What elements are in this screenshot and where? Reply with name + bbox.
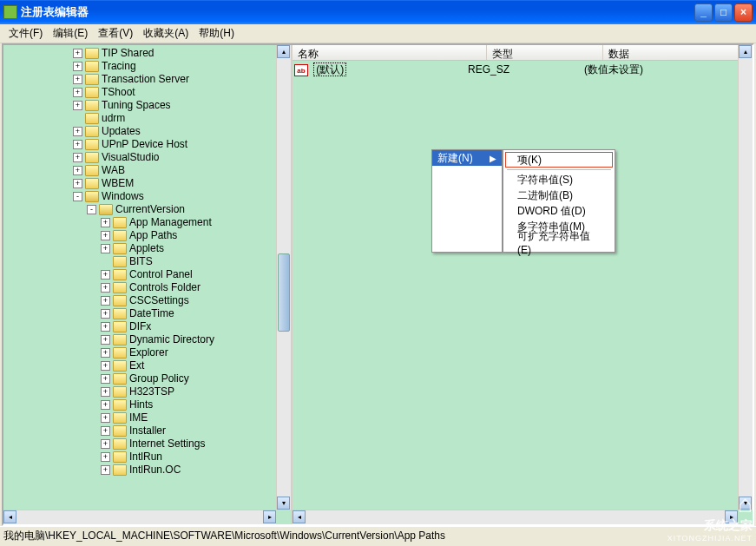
- no-expand-icon: [73, 114, 82, 123]
- expand-icon[interactable]: +: [101, 452, 110, 462]
- scroll-up-button[interactable]: ▴: [277, 45, 290, 58]
- context-item-new[interactable]: 新建(N) ▶: [432, 150, 502, 166]
- tree-item[interactable]: +DIFx: [3, 320, 291, 333]
- expand-icon[interactable]: +: [101, 387, 110, 397]
- expand-icon[interactable]: +: [73, 49, 82, 58]
- expand-icon[interactable]: +: [73, 88, 82, 97]
- tree-item[interactable]: +Control Panel: [3, 268, 291, 281]
- tree[interactable]: +TIP Shared+Tracing+Transaction Server+T…: [3, 45, 291, 478]
- tree-item[interactable]: +CSCSettings: [3, 294, 291, 307]
- close-button[interactable]: ×: [734, 3, 753, 22]
- tree-item[interactable]: +TIP Shared: [3, 47, 291, 60]
- tree-item[interactable]: +TShoot: [3, 86, 291, 99]
- collapse-icon[interactable]: -: [87, 205, 96, 214]
- expand-icon[interactable]: +: [101, 218, 110, 227]
- tree-item[interactable]: +Updates: [3, 125, 291, 138]
- column-type[interactable]: 类型: [487, 45, 603, 60]
- watermark-url: XITONGZHIJIA.NET: [667, 534, 753, 543]
- expand-icon[interactable]: +: [101, 283, 110, 293]
- scroll-thumb[interactable]: [278, 253, 290, 332]
- expand-icon[interactable]: +: [101, 400, 110, 410]
- menu-file[interactable]: 文件(F): [3, 24, 48, 43]
- tree-item[interactable]: +Tracing: [3, 60, 291, 73]
- expand-icon[interactable]: +: [73, 75, 82, 84]
- context-submenu: 项(K)字符串值(S)二进制值(B)DWORD 值(D)多字符串值(M)可扩充字…: [503, 149, 615, 253]
- minimize-button[interactable]: _: [694, 3, 713, 22]
- collapse-icon[interactable]: -: [73, 192, 82, 201]
- list-item[interactable]: ab (默认) REG_SZ (数值未设置): [294, 62, 751, 76]
- expand-icon[interactable]: +: [101, 270, 110, 280]
- expand-icon[interactable]: +: [73, 101, 82, 110]
- tree-scrollbar-vertical[interactable]: ▴ ▾: [276, 45, 291, 510]
- menu-view[interactable]: 查看(V): [93, 24, 138, 43]
- list-body[interactable]: ab (默认) REG_SZ (数值未设置): [293, 61, 753, 78]
- expand-icon[interactable]: +: [73, 62, 82, 71]
- context-subitem[interactable]: DWORD 值(D): [505, 203, 613, 219]
- expand-icon[interactable]: +: [101, 231, 110, 240]
- tree-item[interactable]: +Tuning Spaces: [3, 99, 291, 112]
- expand-icon[interactable]: +: [101, 465, 110, 475]
- tree-item[interactable]: +VisualStudio: [3, 151, 291, 164]
- expand-icon[interactable]: +: [101, 361, 110, 371]
- folder-icon: [113, 243, 127, 254]
- column-name[interactable]: 名称: [293, 45, 487, 60]
- tree-item[interactable]: +UPnP Device Host: [3, 138, 291, 151]
- menu-edit[interactable]: 编辑(E): [48, 24, 93, 43]
- tree-item[interactable]: +H323TSP: [3, 385, 291, 398]
- tree-item[interactable]: +Installer: [3, 424, 291, 437]
- expand-icon[interactable]: +: [73, 140, 82, 149]
- tree-item[interactable]: +Ext: [3, 359, 291, 372]
- tree-item[interactable]: +IME: [3, 411, 291, 424]
- tree-item[interactable]: +Internet Settings: [3, 437, 291, 451]
- expand-icon[interactable]: +: [101, 244, 110, 253]
- context-subitem[interactable]: 项(K): [505, 152, 613, 168]
- scroll-left-button[interactable]: ◂: [293, 510, 306, 523]
- tree-scrollbar-horizontal[interactable]: ◂ ▸: [3, 510, 276, 524]
- context-subitem[interactable]: 二进制值(B): [505, 187, 613, 203]
- tree-item[interactable]: +Controls Folder: [3, 281, 291, 294]
- scroll-left-button[interactable]: ◂: [3, 510, 16, 523]
- tree-item[interactable]: -CurrentVersion: [3, 203, 291, 216]
- expand-icon[interactable]: +: [101, 296, 110, 306]
- expand-icon[interactable]: +: [73, 127, 82, 136]
- tree-item-label: Applets: [129, 242, 164, 255]
- tree-item[interactable]: +Explorer: [3, 346, 291, 359]
- menu-help[interactable]: 帮助(H): [194, 24, 240, 43]
- expand-icon[interactable]: +: [101, 335, 110, 345]
- maximize-button[interactable]: □: [714, 3, 733, 22]
- expand-icon[interactable]: +: [73, 153, 82, 162]
- menu-favorites[interactable]: 收藏夹(A): [138, 24, 194, 43]
- tree-item[interactable]: +Applets: [3, 242, 291, 255]
- expand-icon[interactable]: +: [73, 179, 82, 188]
- scroll-right-button[interactable]: ▸: [263, 510, 276, 523]
- expand-icon[interactable]: +: [101, 309, 110, 319]
- tree-item[interactable]: +IntlRun.OC: [3, 464, 291, 477]
- tree-item[interactable]: -Windows: [3, 190, 291, 203]
- expand-icon[interactable]: +: [73, 166, 82, 175]
- tree-item[interactable]: +Dynamic Directory: [3, 333, 291, 346]
- expand-icon[interactable]: +: [101, 413, 110, 423]
- list-scrollbar-vertical[interactable]: ▴ ▾: [738, 45, 753, 510]
- column-data[interactable]: 数据: [603, 45, 753, 60]
- tree-item[interactable]: +Hints: [3, 398, 291, 411]
- tree-item[interactable]: udrm: [3, 112, 291, 125]
- tree-item[interactable]: +WBEM: [3, 177, 291, 190]
- scroll-down-button[interactable]: ▾: [277, 497, 290, 510]
- expand-icon[interactable]: +: [101, 426, 110, 436]
- context-subitem[interactable]: 可扩充字符串值(E): [505, 234, 613, 250]
- expand-icon[interactable]: +: [101, 348, 110, 358]
- tree-item[interactable]: BITS: [3, 255, 291, 268]
- tree-item[interactable]: +Transaction Server: [3, 73, 291, 86]
- scroll-up-button[interactable]: ▴: [739, 45, 752, 58]
- tree-item[interactable]: +IntlRun: [3, 451, 291, 464]
- tree-item[interactable]: +Group Policy: [3, 372, 291, 385]
- tree-item[interactable]: +DateTime: [3, 307, 291, 320]
- expand-icon[interactable]: +: [101, 439, 110, 449]
- context-item-label: 新建(N): [437, 151, 473, 166]
- tree-item[interactable]: +App Paths: [3, 229, 291, 242]
- expand-icon[interactable]: +: [101, 322, 110, 332]
- tree-item[interactable]: +App Management: [3, 216, 291, 229]
- context-subitem[interactable]: 字符串值(S): [505, 172, 613, 187]
- tree-item[interactable]: +WAB: [3, 164, 291, 177]
- expand-icon[interactable]: +: [101, 374, 110, 384]
